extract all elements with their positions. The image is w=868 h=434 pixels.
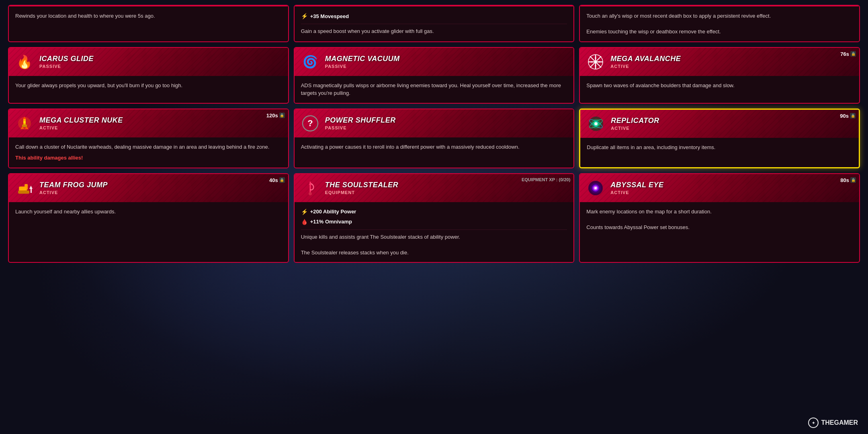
card-name: MAGNETIC VACUUM bbox=[325, 55, 568, 63]
watermark-text: THEGAMER bbox=[821, 419, 858, 426]
card-body: Your glider always propels you upward, b… bbox=[9, 76, 288, 95]
card-name: ICARUS GLIDE bbox=[39, 55, 283, 63]
card-icon bbox=[586, 114, 606, 134]
card-header: MEGA AVALANCHE ACTIVE 76s 🔒 bbox=[580, 48, 859, 76]
card-body: Touch an ally's wisp or most recent deat… bbox=[580, 6, 859, 41]
card-abyssal-eye: ABYSSAL EYE ACTIVE 80s 🔒 Mark enemy loca… bbox=[579, 173, 860, 263]
card-description: Gain a speed boost when you activate gli… bbox=[301, 28, 434, 34]
cooldown-value: 80s bbox=[840, 177, 849, 183]
card-body: Mark enemy locations on the map for a sh… bbox=[580, 202, 859, 237]
svg-point-21 bbox=[594, 122, 598, 125]
svg-text:?: ? bbox=[307, 118, 313, 128]
card-type: EQUIPMENT bbox=[325, 190, 568, 195]
card-soulstealer: THE SOULSTEALER EQUIPMENT EQUIPMENT XP :… bbox=[294, 173, 575, 263]
card-title-area: MEGA CLUSTER NUKE ACTIVE bbox=[39, 116, 283, 131]
card-description: Your glider always propels you upward, b… bbox=[15, 82, 182, 88]
card-partial-3: 🔥 PASSIVE Touch an ally's wisp or most r… bbox=[579, 5, 860, 42]
card-name: TEAM FROG JUMP bbox=[39, 181, 283, 190]
card-type: ACTIVE bbox=[39, 190, 283, 195]
card-body: ⚡ +200 Ability Power 🩸 +11% Omnivamp Uni… bbox=[295, 202, 574, 262]
card-title-area: MAGNETIC VACUUM PASSIVE bbox=[325, 55, 568, 69]
card-partial-2: 🦅 EQUIPMENT EQUIPMENT XP : (0/20) ⚡ +35 … bbox=[294, 5, 575, 42]
card-description: Spawn two waves of avalanche boulders th… bbox=[586, 82, 735, 88]
card-name: MEGA AVALANCHE bbox=[610, 55, 854, 63]
card-mega-cluster-nuke: MEGA CLUSTER NUKE ACTIVE 120s 🔒 Call dow… bbox=[8, 108, 289, 168]
svg-rect-12 bbox=[22, 125, 27, 127]
card-icon bbox=[585, 52, 606, 72]
card-header: 🔥 ICARUS GLIDE PASSIVE bbox=[9, 48, 288, 76]
equipment-xp: EQUIPMENT XP : (0/20) bbox=[522, 177, 570, 182]
card-name: POWER SHUFFLER bbox=[325, 116, 568, 125]
card-type: ACTIVE bbox=[611, 126, 853, 131]
cooldown-icon: 🔒 bbox=[279, 113, 285, 118]
divider bbox=[301, 24, 567, 24]
card-header: TEAM FROG JUMP ACTIVE 40s 🔒 bbox=[9, 174, 288, 202]
card-type: ACTIVE bbox=[610, 64, 854, 69]
stat-line-omni: 🩸 +11% Omnivamp bbox=[301, 218, 567, 226]
card-type: PASSIVE bbox=[325, 125, 568, 130]
card-header: REPLICATOR ACTIVE 90s 🔒 bbox=[580, 110, 859, 138]
cooldown-value: 76s bbox=[840, 51, 849, 57]
svg-rect-25 bbox=[18, 190, 29, 194]
card-partial-1: ↩ ACTIVE Rewinds your location and healt… bbox=[8, 5, 289, 42]
card-cooldown: 90s 🔒 bbox=[840, 113, 856, 119]
card-magnetic-vacuum: 🌀 MAGNETIC VACUUM PASSIVE ADS magnetical… bbox=[294, 47, 575, 104]
card-description: Touch an ally's wisp or most recent deat… bbox=[586, 13, 771, 35]
stat-icon: ⚡ bbox=[301, 12, 308, 20]
card-header: ABYSSAL EYE ACTIVE 80s 🔒 bbox=[580, 174, 859, 202]
cooldown-value: 120s bbox=[266, 113, 278, 119]
card-title-area: POWER SHUFFLER PASSIVE bbox=[325, 116, 568, 131]
card-body: Launch yourself and nearby allies upward… bbox=[9, 202, 288, 221]
svg-marker-29 bbox=[29, 186, 33, 189]
card-type: PASSIVE bbox=[39, 64, 283, 69]
card-icon bbox=[585, 178, 606, 198]
card-title-area: TEAM FROG JUMP ACTIVE bbox=[39, 181, 283, 195]
card-description: Mark enemy locations on the map for a sh… bbox=[586, 209, 711, 230]
card-body: Rewinds your location and health to wher… bbox=[9, 6, 288, 26]
card-cooldown: 76s 🔒 bbox=[840, 51, 856, 57]
cooldown-value: 90s bbox=[840, 113, 849, 119]
card-title-area: ABYSSAL EYE ACTIVE bbox=[610, 181, 854, 195]
watermark: ✦ THEGAMER bbox=[808, 418, 858, 428]
stat-line: ⚡ +35 Movespeed bbox=[301, 12, 567, 20]
card-icon: 🔥 bbox=[14, 52, 35, 72]
damage-warning: This ability damages allies! bbox=[15, 154, 282, 162]
cooldown-icon: 🔒 bbox=[850, 51, 856, 57]
card-icarus-glide: 🔥 ICARUS GLIDE PASSIVE Your glider alway… bbox=[8, 47, 289, 104]
card-name: MEGA CLUSTER NUKE bbox=[39, 116, 283, 125]
card-cooldown: 80s 🔒 bbox=[840, 177, 856, 183]
card-cooldown: 120s 🔒 bbox=[266, 113, 285, 119]
card-header: 🌀 MAGNETIC VACUUM PASSIVE bbox=[295, 48, 574, 76]
card-header: MEGA CLUSTER NUKE ACTIVE 120s 🔒 bbox=[9, 109, 288, 137]
stat-icon-omni: 🩸 bbox=[301, 218, 308, 226]
svg-point-39 bbox=[596, 187, 597, 188]
stat-text-ap: +200 Ability Power bbox=[310, 208, 356, 216]
card-body: Spawn two waves of avalanche boulders th… bbox=[580, 76, 859, 95]
card-body: Activating a power causes it to reroll i… bbox=[295, 137, 574, 157]
card-type: PASSIVE bbox=[325, 64, 568, 69]
card-body: Duplicate all items in an area, includin… bbox=[580, 138, 859, 157]
card-header: THE SOULSTEALER EQUIPMENT EQUIPMENT XP :… bbox=[295, 174, 574, 202]
card-description: Duplicate all items in an area, includin… bbox=[587, 144, 715, 150]
ability-grid: ↩ ACTIVE Rewinds your location and healt… bbox=[0, 0, 868, 268]
card-team-frog-jump: TEAM FROG JUMP ACTIVE 40s 🔒 Launch yours… bbox=[8, 173, 289, 263]
card-cooldown: 40s 🔒 bbox=[269, 177, 285, 183]
card-type: ACTIVE bbox=[610, 190, 854, 195]
stat-icon-ap: ⚡ bbox=[301, 208, 308, 216]
card-body: Call down a cluster of Nuclarite warhead… bbox=[9, 137, 288, 168]
cooldown-value: 40s bbox=[269, 177, 278, 183]
stat-text: +35 Movespeed bbox=[310, 12, 349, 20]
card-description: Unique kills and assists grant The Souls… bbox=[301, 234, 460, 256]
card-icon bbox=[14, 178, 35, 198]
cooldown-icon: 🔒 bbox=[279, 177, 285, 183]
svg-point-33 bbox=[309, 192, 312, 195]
card-description: Activating a power causes it to reroll i… bbox=[301, 144, 520, 150]
card-type: ACTIVE bbox=[39, 125, 283, 130]
card-description: Call down a cluster of Nuclarite warhead… bbox=[15, 144, 269, 150]
card-name: ABYSSAL EYE bbox=[610, 181, 854, 190]
card-name: REPLICATOR bbox=[611, 117, 853, 125]
card-power-shuffler: ? POWER SHUFFLER PASSIVE Activating a po… bbox=[294, 108, 575, 168]
card-description: ADS magnetically pulls wisps or airborne… bbox=[301, 82, 561, 96]
card-body: ADS magnetically pulls wisps or airborne… bbox=[295, 76, 574, 103]
card-icon: 🌀 bbox=[300, 52, 320, 72]
